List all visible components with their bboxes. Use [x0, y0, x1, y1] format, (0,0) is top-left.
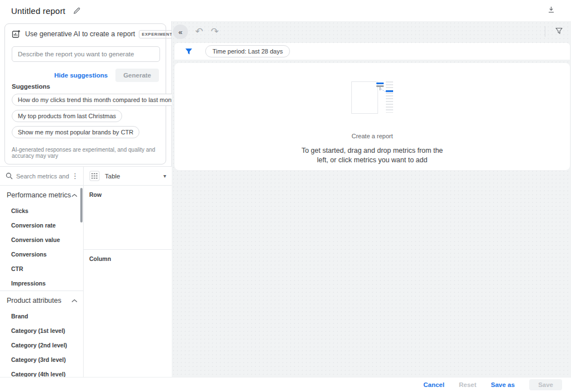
- metric-item[interactable]: Clicks: [0, 204, 83, 218]
- generative-ai-title: Use generative AI to create a report: [25, 30, 135, 38]
- metrics-sidebar: ⋮ Performance metrics Clicks Conversion …: [0, 166, 84, 377]
- chevron-up-icon: [71, 299, 78, 303]
- empty-state-hint: To get started, drag and drop metrics fr…: [302, 146, 443, 165]
- metric-item[interactable]: Conversions: [0, 247, 83, 262]
- row-drop-zone[interactable]: Row: [84, 186, 172, 250]
- column-drop-zone[interactable]: Column: [84, 250, 172, 311]
- download-button[interactable]: [547, 6, 555, 14]
- filter-funnel-blue-icon[interactable]: [185, 47, 193, 56]
- metric-item[interactable]: CTR: [0, 262, 83, 276]
- save-as-button[interactable]: Save as: [491, 381, 515, 388]
- footer-action-bar: Cancel Reset Save as Save: [0, 377, 571, 392]
- suggestion-chip[interactable]: How do my clicks trend this month compar…: [12, 94, 186, 106]
- metric-item[interactable]: Conversion value: [0, 233, 83, 247]
- empty-report-card[interactable]: Create a report To get started, drag and…: [175, 63, 570, 170]
- illustration-dashed-arrow: [351, 80, 394, 116]
- search-input[interactable]: [16, 173, 70, 180]
- caret-down-icon: ▾: [163, 173, 166, 179]
- ai-chart-icon: [12, 30, 21, 38]
- metric-item[interactable]: Impressions: [0, 276, 83, 291]
- attribute-item[interactable]: Brand: [0, 309, 83, 323]
- metric-item[interactable]: Conversion rate: [0, 218, 83, 233]
- scrollbar-thumb[interactable]: [80, 188, 83, 222]
- download-icon: [547, 6, 555, 14]
- top-bar: Untitled report: [0, 0, 571, 21]
- hide-suggestions-button[interactable]: Hide suggestions: [54, 72, 108, 79]
- double-chevron-left-icon: «: [178, 28, 182, 36]
- row-zone-label: Row: [84, 186, 172, 198]
- undo-button[interactable]: ↶: [195, 26, 203, 38]
- attribute-item[interactable]: Category (1st level): [0, 323, 83, 338]
- generative-ai-panel: Use generative AI to create a report EXP…: [4, 23, 166, 164]
- chart-type-label: Table: [105, 173, 120, 180]
- chevron-up-icon: [71, 193, 78, 197]
- time-period-chip[interactable]: Time period: Last 28 days: [205, 45, 290, 57]
- visualization-config-panel: Table ▾ Row Column: [84, 166, 172, 377]
- suggestions-label: Suggestions: [12, 83, 159, 90]
- report-canvas: « ↶ ↷ Time period: Last 28 days: [172, 21, 571, 377]
- cancel-button[interactable]: Cancel: [423, 381, 444, 388]
- undo-icon: ↶: [195, 26, 203, 37]
- toolbar-divider: [545, 26, 545, 37]
- edit-title-button[interactable]: [73, 7, 81, 14]
- search-row: ⋮: [0, 167, 83, 186]
- toolbar-filter-button[interactable]: [555, 27, 563, 35]
- create-report-illustration: [351, 80, 394, 116]
- generate-button[interactable]: Generate: [115, 69, 159, 82]
- kebab-menu-icon[interactable]: ⋮: [70, 172, 80, 180]
- ai-disclaimer: AI-generated responses are experimental,…: [12, 147, 159, 159]
- suggestion-chip[interactable]: Show me my most popular brands by CTR: [12, 126, 139, 138]
- page-title: Untitled report: [11, 6, 65, 16]
- collapse-sidebar-button[interactable]: «: [173, 25, 188, 39]
- filter-bar: Time period: Last 28 days: [175, 43, 570, 60]
- empty-state-title: Create a report: [352, 133, 393, 139]
- reset-button[interactable]: Reset: [459, 381, 476, 388]
- redo-button[interactable]: ↷: [211, 26, 219, 38]
- pencil-icon: [73, 7, 81, 14]
- ai-actions: Hide suggestions Generate: [12, 69, 159, 82]
- report-builder-app: Untitled report Use generative AI to cre…: [0, 0, 571, 392]
- generative-ai-header: Use generative AI to create a report EXP…: [5, 24, 166, 42]
- search-icon: [6, 172, 13, 180]
- chart-type-dropdown[interactable]: Table ▾: [84, 167, 172, 186]
- save-button[interactable]: Save: [529, 379, 562, 390]
- suggestion-chip[interactable]: My top products from last Christmas: [12, 110, 122, 122]
- attribute-item[interactable]: Category (2nd level): [0, 338, 83, 352]
- left-panel: Use generative AI to create a report EXP…: [0, 21, 172, 377]
- table-icon: [89, 171, 100, 181]
- attribute-item[interactable]: Category (3rd level): [0, 352, 83, 367]
- section-header-product-attributes[interactable]: Product attributes: [0, 291, 83, 309]
- section-header-performance-metrics[interactable]: Performance metrics: [0, 186, 83, 204]
- filter-funnel-outline-icon: [555, 27, 563, 35]
- redo-icon: ↷: [211, 26, 219, 37]
- column-zone-label: Column: [84, 250, 172, 262]
- ai-prompt-input[interactable]: [12, 46, 160, 62]
